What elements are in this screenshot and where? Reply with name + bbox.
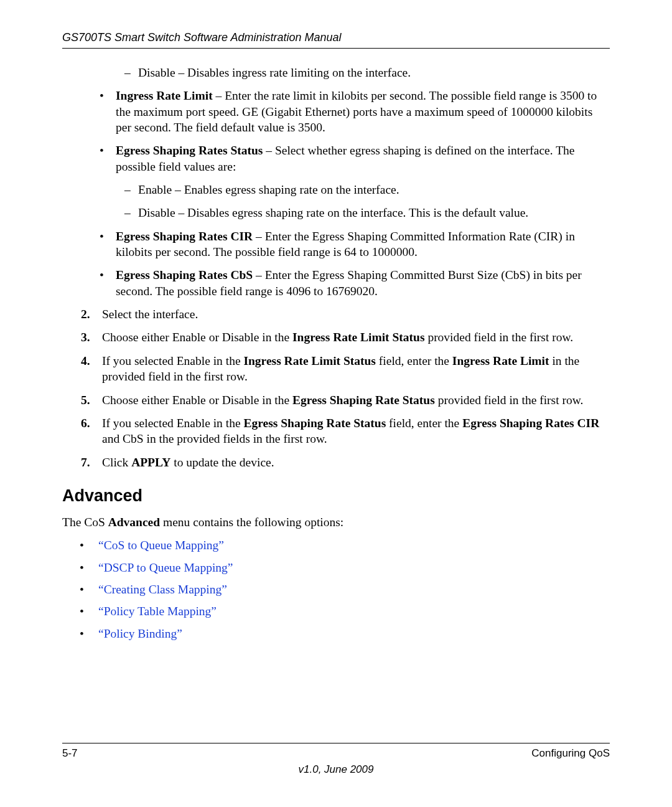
- link-item-dscp-queue: •“DSCP to Queue Mapping”: [80, 560, 610, 575]
- step-number: 7.: [81, 455, 102, 470]
- text: Select the interface.: [102, 308, 198, 321]
- text: and CbS in the provided fields in the fi…: [102, 432, 327, 445]
- step-3: 3.Choose either Enable or Disable in the…: [81, 329, 610, 345]
- text: Disable – Disables ingress rate limiting…: [138, 66, 411, 79]
- link-item-policy-table: •“Policy Table Mapping”: [80, 603, 610, 619]
- section-title-advanced: Advanced: [62, 485, 610, 507]
- step-7: 7.Click APPLY to update the device.: [81, 455, 610, 470]
- text: field, enter the: [386, 417, 462, 430]
- sub-item-enable-egress: –Enable – Enables egress shaping rate on…: [124, 182, 610, 197]
- footer-version: v1.0, June 2009: [62, 763, 610, 776]
- label: Egress Shaping Rates CIR: [116, 230, 253, 243]
- step-number: 4.: [81, 353, 102, 369]
- link-policy-binding[interactable]: “Policy Binding”: [98, 627, 182, 640]
- page: GS700TS Smart Switch Software Administra…: [0, 0, 672, 807]
- link-item-policy-binding: •“Policy Binding”: [80, 626, 610, 641]
- text: The CoS: [62, 516, 108, 529]
- step-5: 5.Choose either Enable or Disable in the…: [81, 392, 610, 408]
- text: Disable – Disables egress shaping rate o…: [138, 206, 528, 219]
- text: Choose either Enable or Disable in the: [102, 394, 292, 407]
- text: Click: [102, 456, 131, 469]
- step-number: 5.: [81, 392, 102, 408]
- bold: Advanced: [108, 516, 160, 529]
- footer-page-number: 5-7: [62, 747, 78, 760]
- link-dscp-to-queue[interactable]: “DSCP to Queue Mapping”: [98, 561, 233, 574]
- page-header: GS700TS Smart Switch Software Administra…: [62, 31, 610, 49]
- label: Egress Shaping Rates CbS: [116, 268, 253, 281]
- sub-item-disable-egress: –Disable – Disables egress shaping rate …: [124, 205, 610, 220]
- link-creating-class-mapping[interactable]: “Creating Class Mapping”: [98, 583, 227, 596]
- text: to update the device.: [170, 456, 274, 469]
- bold: APPLY: [131, 456, 170, 469]
- text: Choose either Enable or Disable in the: [102, 331, 292, 344]
- bold: Egress Shaping Rate Status: [292, 394, 435, 407]
- label: Ingress Rate Limit: [116, 89, 213, 102]
- text: Enable – Enables egress shaping rate on …: [138, 183, 399, 196]
- text: If you selected Enable in the: [102, 354, 243, 367]
- link-item-class-mapping: •“Creating Class Mapping”: [80, 582, 610, 597]
- step-2: 2.Select the interface.: [81, 306, 610, 322]
- page-content: –Disable – Disables ingress rate limitin…: [62, 65, 610, 641]
- page-footer: 5-7 Configuring QoS v1.0, June 2009: [62, 743, 610, 776]
- step-6: 6.If you selected Enable in the Egress S…: [81, 415, 610, 447]
- bullet-ingress-rate-limit: Ingress Rate Limit – Enter the rate limi…: [100, 88, 610, 135]
- step-number: 6.: [81, 415, 102, 431]
- step-4: 4.If you selected Enable in the Ingress …: [81, 353, 610, 385]
- advanced-link-list: •“CoS to Queue Mapping” •“DSCP to Queue …: [80, 537, 610, 641]
- link-item-cos-queue: •“CoS to Queue Mapping”: [80, 537, 610, 553]
- sub-item-disable-ingress: –Disable – Disables ingress rate limitin…: [124, 65, 610, 80]
- bold: Ingress Rate Limit Status: [243, 354, 376, 367]
- link-policy-table-mapping[interactable]: “Policy Table Mapping”: [98, 605, 217, 618]
- bold: Ingress Rate Limit Status: [292, 331, 425, 344]
- footer-section-title: Configuring QoS: [531, 747, 610, 760]
- advanced-intro: The CoS Advanced menu contains the follo…: [62, 514, 610, 530]
- step-number: 2.: [81, 306, 102, 322]
- bullet-egress-cbs: Egress Shaping Rates CbS – Enter the Egr…: [100, 267, 610, 299]
- text: menu contains the following options:: [160, 516, 343, 529]
- bullet-egress-shaping-status: Egress Shaping Rates Status – Select whe…: [100, 143, 610, 174]
- bold: Egress Shaping Rates CIR: [462, 417, 599, 430]
- text: provided field in the first row.: [425, 331, 574, 344]
- text: If you selected Enable in the: [102, 417, 243, 430]
- link-cos-to-queue[interactable]: “CoS to Queue Mapping”: [98, 539, 224, 552]
- text: provided field in the first row.: [435, 394, 584, 407]
- bold: Egress Shaping Rate Status: [243, 417, 386, 430]
- text: field, enter the: [376, 354, 452, 367]
- bold: Ingress Rate Limit: [452, 354, 549, 367]
- step-number: 3.: [81, 329, 102, 345]
- label: Egress Shaping Rates Status: [116, 144, 263, 157]
- bullet-egress-cir: Egress Shaping Rates CIR – Enter the Egr…: [100, 229, 610, 260]
